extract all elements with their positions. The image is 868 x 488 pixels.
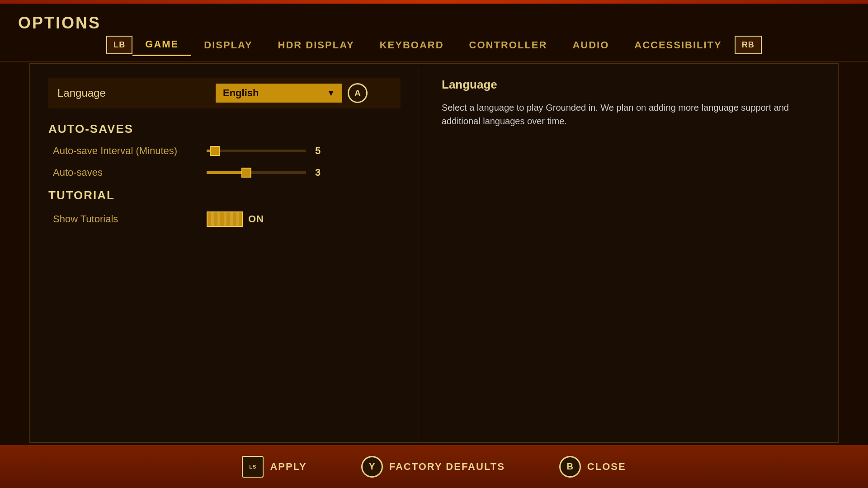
- y-button: Y: [361, 456, 383, 478]
- show-tutorials-toggle[interactable]: [207, 211, 243, 227]
- factory-defaults-action[interactable]: Y FACTORY DEFAULTS: [361, 456, 505, 478]
- a-button[interactable]: A: [348, 83, 368, 103]
- info-title: Language: [442, 78, 815, 92]
- dropdown-arrow-icon: ▼: [327, 89, 335, 98]
- show-tutorials-toggle-container[interactable]: ON: [207, 211, 264, 227]
- tutorial-header: TUTORIAL: [48, 188, 401, 202]
- show-tutorials-row: Show Tutorials ON: [48, 211, 401, 227]
- auto-save-interval-label: Auto-save Interval (Minutes): [53, 145, 207, 157]
- bottom-bar: LS APPLY Y FACTORY DEFAULTS B CLOSE: [0, 445, 868, 488]
- show-tutorials-state: ON: [248, 213, 264, 225]
- ls-icon: LS: [242, 456, 264, 478]
- auto-save-interval-thumb[interactable]: [210, 146, 220, 156]
- tab-game[interactable]: GAME: [132, 34, 191, 56]
- show-tutorials-label: Show Tutorials: [53, 213, 207, 225]
- auto-saves-count-track[interactable]: [207, 171, 306, 174]
- tab-keyboard[interactable]: KEYBOARD: [367, 35, 457, 56]
- toggle-stripes: [208, 212, 242, 226]
- apply-label: APPLY: [270, 461, 307, 473]
- language-value: English: [223, 87, 259, 99]
- auto-saves-header: AUTO-SAVES: [48, 122, 401, 136]
- auto-saves-count-slider-container[interactable]: 3: [207, 167, 329, 178]
- top-bar: [0, 0, 868, 4]
- info-description: Select a language to play Grounded in. W…: [442, 101, 815, 128]
- rb-button[interactable]: RB: [735, 36, 762, 54]
- auto-save-interval-track[interactable]: [207, 150, 306, 152]
- auto-saves-count-thumb[interactable]: [241, 168, 251, 178]
- auto-save-interval-value: 5: [315, 145, 329, 157]
- close-action[interactable]: B CLOSE: [559, 456, 626, 478]
- lb-button[interactable]: LB: [106, 36, 132, 54]
- close-label: CLOSE: [587, 461, 626, 473]
- auto-saves-count-row: Auto-saves 3: [48, 167, 401, 178]
- tab-audio[interactable]: AUDIO: [560, 35, 622, 56]
- auto-saves-count-value: 3: [315, 167, 329, 178]
- b-button: B: [559, 456, 581, 478]
- auto-save-interval-row: Auto-save Interval (Minutes) 5: [48, 145, 401, 157]
- language-row: Language English ▼ A: [48, 78, 401, 108]
- factory-defaults-label: FACTORY DEFAULTS: [389, 461, 505, 473]
- tab-controller[interactable]: CONTROLLER: [457, 35, 560, 56]
- language-label: Language: [57, 87, 216, 99]
- auto-saves-count-fill: [207, 171, 246, 174]
- settings-panel: Language English ▼ A AUTO-SAVES Auto-sav…: [30, 64, 419, 442]
- page-title: OPTIONS: [18, 14, 101, 33]
- tab-navigation: LB GAME DISPLAY HDR DISPLAY KEYBOARD CON…: [0, 34, 868, 56]
- auto-save-interval-slider-container[interactable]: 5: [207, 145, 329, 157]
- tab-accessibility[interactable]: ACCESSIBILITY: [622, 35, 734, 56]
- auto-saves-count-label: Auto-saves: [53, 167, 207, 178]
- tab-divider: [0, 61, 868, 62]
- tab-display[interactable]: DISPLAY: [191, 35, 265, 56]
- main-panel: Language English ▼ A AUTO-SAVES Auto-sav…: [29, 63, 839, 443]
- tab-hdr-display[interactable]: HDR DISPLAY: [265, 35, 367, 56]
- info-panel: Language Select a language to play Groun…: [419, 64, 838, 442]
- apply-action[interactable]: LS APPLY: [242, 456, 307, 478]
- language-dropdown[interactable]: English ▼: [216, 84, 342, 103]
- ls-label: LS: [249, 464, 256, 469]
